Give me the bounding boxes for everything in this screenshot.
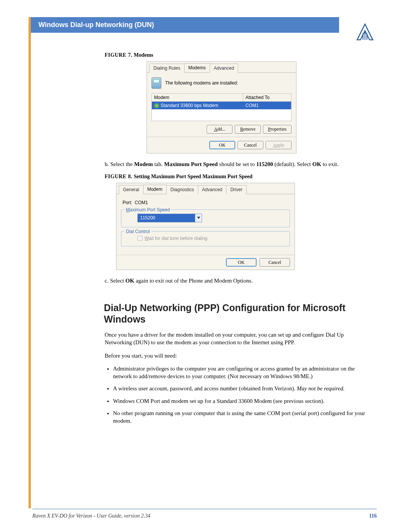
figure7-caption: FIGURE 7. Modems bbox=[105, 52, 371, 59]
checkbox-icon bbox=[137, 236, 142, 241]
modems-dialog: Dialing Rules Modems Advanced The follow… bbox=[147, 61, 296, 153]
dialog-tabs-2: General Modem Diagnostics Advanced Drive… bbox=[116, 183, 295, 194]
tab-dialing-rules[interactable]: Dialing Rules bbox=[149, 64, 185, 73]
figure8-caption: FIGURE 8. Setting Maximum Port Speed Max… bbox=[105, 173, 371, 181]
tab-general[interactable]: General bbox=[119, 185, 143, 194]
dial-control-group: Dial Control Wait for dial tone before d… bbox=[121, 231, 290, 246]
modem-list[interactable]: Modem Attached To Standard 33600 bps Mod… bbox=[151, 93, 292, 121]
port-line: Port: COM1 bbox=[123, 200, 290, 206]
col-modem: Modem bbox=[152, 94, 243, 101]
ok-button[interactable]: OK bbox=[209, 141, 235, 149]
section-heading: Dial-Up Networking (PPP) Configuration f… bbox=[104, 302, 371, 325]
tab-driver[interactable]: Driver bbox=[226, 185, 247, 194]
wait-dialtone-checkbox: Wait for dial tone before dialing bbox=[137, 235, 285, 241]
list-item: Windows COM Port and modem set up for a … bbox=[113, 397, 371, 405]
list-item: No other program running on your compute… bbox=[113, 409, 371, 425]
need-paragraph: Before you start, you will need: bbox=[105, 352, 371, 359]
phone-icon bbox=[151, 77, 161, 89]
requirements-list: Administrator privileges to the computer… bbox=[113, 365, 371, 425]
col-attached: Attached To bbox=[243, 94, 291, 101]
header-title: Windows Dial-up Networking (DUN) bbox=[38, 21, 154, 29]
chevron-down-icon[interactable] bbox=[195, 214, 202, 222]
modem-properties-dialog: General Modem Diagnostics Advanced Drive… bbox=[116, 183, 295, 270]
dialog-tabs: Dialing Rules Modems Advanced bbox=[147, 62, 296, 73]
intro-paragraph: Once you have a driver for the modem ins… bbox=[105, 331, 371, 347]
page-content: FIGURE 7. Modems Dialing Rules Modems Ad… bbox=[105, 52, 371, 425]
brand-logo bbox=[355, 23, 375, 41]
cancel-button[interactable]: Cancel bbox=[237, 141, 263, 149]
tab-modem[interactable]: Modem bbox=[143, 185, 167, 194]
tab-modems[interactable]: Modems bbox=[184, 63, 210, 72]
group-legend-speed: Maximum Port Speed bbox=[124, 207, 171, 213]
list-item: A wireless user account, password, and a… bbox=[113, 385, 371, 392]
footer-text: Raven X EV-DO for Verizon - User Guide, … bbox=[32, 513, 150, 519]
page-number: 116 bbox=[369, 513, 377, 519]
page-footer: Raven X EV-DO for Verizon - User Guide, … bbox=[32, 513, 377, 519]
tab-advanced[interactable]: Advanced bbox=[210, 64, 238, 73]
modems-message: The following modems are installed: bbox=[165, 80, 238, 86]
speed-value: 115200 bbox=[137, 214, 195, 222]
remove-button[interactable]: Remove bbox=[235, 125, 261, 133]
add-button[interactable]: Add... bbox=[207, 125, 233, 133]
apply-button: Apply bbox=[266, 141, 292, 149]
page-header: Windows Dial-up Networking (DUN) bbox=[31, 17, 339, 33]
tab-diagnostics[interactable]: Diagnostics bbox=[166, 185, 198, 194]
footer-rule bbox=[32, 509, 377, 509]
left-accent-bar bbox=[29, 17, 31, 508]
step-c-text: c. Select OK again to exit out of the Ph… bbox=[105, 277, 371, 284]
ok-button-2[interactable]: OK bbox=[226, 258, 256, 267]
speed-combobox[interactable]: 115200 bbox=[137, 214, 202, 222]
tab-advanced2[interactable]: Advanced bbox=[198, 185, 226, 194]
modem-row-selected[interactable]: Standard 33600 bps Modem COM1 bbox=[152, 102, 291, 109]
modem-icon bbox=[154, 103, 159, 108]
step-b-text: b. Select the Modem tab. Maximum Port Sp… bbox=[105, 160, 371, 168]
properties-button[interactable]: Properties bbox=[263, 125, 292, 133]
list-item: Administrator privileges to the computer… bbox=[113, 365, 371, 380]
cancel-button-2[interactable]: Cancel bbox=[260, 258, 290, 267]
max-port-speed-group: Maximum Port Speed 115200 bbox=[121, 209, 290, 227]
group-legend-dial: Dial Control bbox=[124, 228, 151, 235]
